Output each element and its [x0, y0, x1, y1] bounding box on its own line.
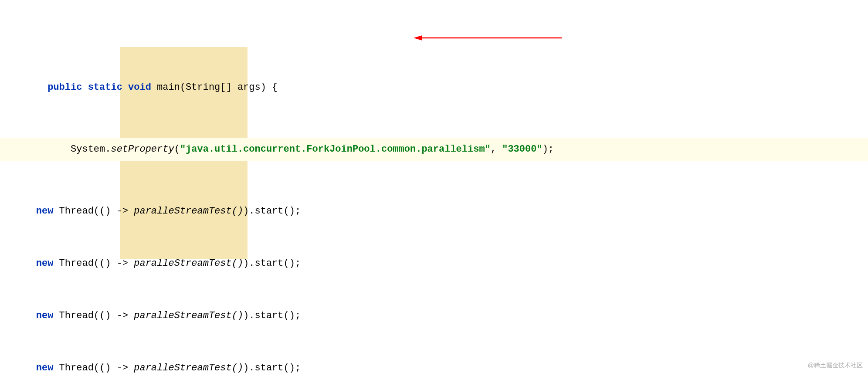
keyword-static: static [88, 82, 122, 93]
method-call: paralleStreamTest() [134, 310, 243, 321]
method-call: paralleStreamTest() [134, 258, 243, 269]
code-line[interactable]: public static void main(String[] args) { [13, 76, 868, 99]
code-line[interactable]: new Thread(() -> paralleStreamTest()).st… [13, 200, 868, 223]
keyword-new: new [36, 258, 54, 269]
string-literal: "java.util.concurrent.ForkJoinPool.commo… [180, 144, 491, 155]
keyword-new: new [36, 310, 54, 321]
arrow-annotation [414, 34, 562, 45]
keyword-public: public [47, 82, 82, 93]
method-call: paralleStreamTest() [134, 206, 243, 217]
code-editor[interactable]: public static void main(String[] args) {… [0, 0, 868, 373]
string-literal: "33000" [502, 144, 542, 155]
keyword-void: void [128, 82, 151, 93]
method-call: setProperty [111, 144, 174, 155]
watermark: @稀土掘金技术社区 [808, 362, 863, 370]
code-line[interactable]: new Thread(() -> paralleStreamTest()).st… [13, 252, 868, 275]
code-line-highlighted[interactable]: System.setProperty("java.util.concurrent… [13, 138, 868, 161]
code-line[interactable]: new Thread(() -> paralleStreamTest()).st… [13, 356, 868, 373]
method-signature [151, 82, 157, 93]
svg-marker-1 [414, 35, 422, 41]
method-call: paralleStreamTest() [134, 363, 243, 373]
keyword-new: new [36, 206, 54, 217]
keyword-new: new [36, 363, 54, 373]
code-line[interactable]: new Thread(() -> paralleStreamTest()).st… [13, 304, 868, 328]
